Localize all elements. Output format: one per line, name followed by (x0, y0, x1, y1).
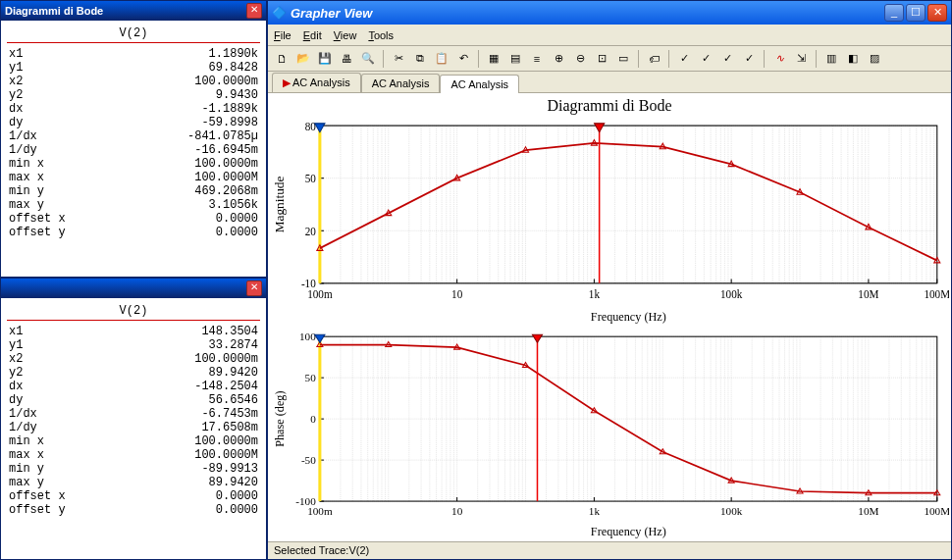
svg-text:Magnitude: Magnitude (274, 176, 287, 232)
separator (764, 50, 765, 68)
separator (816, 50, 817, 68)
table-row: dy56.6546 (7, 393, 260, 407)
svg-text:50: 50 (305, 372, 317, 383)
table-row: offset x0.0000 (7, 489, 260, 503)
svg-text:Frequency (Hz): Frequency (Hz) (591, 525, 666, 538)
tool1-icon[interactable]: ▥ (821, 49, 841, 69)
tab-ac-analysis-2[interactable]: AC Analysis (440, 75, 519, 93)
zoom-out-icon[interactable]: ⊖ (570, 49, 590, 69)
panel-body: V(2) x11.1890ky169.8428x2100.0000my29.94… (1, 21, 266, 277)
save-icon[interactable]: 💾 (315, 49, 335, 69)
cursor-data-table: x11.1890ky169.8428x2100.0000my29.9430dx-… (7, 47, 260, 239)
table-row: min x100.0000m (7, 157, 260, 171)
svg-text:100m: 100m (307, 506, 333, 518)
phase-chart[interactable]: -100-50050100100m101k100k10M100MFrequenc… (270, 327, 949, 541)
cursor-panel-magnitude: Diagrammi di Bode ✕ V(2) x11.1890ky169.8… (0, 0, 267, 278)
table-row: x11.1890k (7, 47, 260, 61)
marker3-icon[interactable]: ✓ (717, 49, 737, 69)
menu-view[interactable]: View (334, 29, 357, 41)
print-icon[interactable]: 🖶 (337, 49, 356, 69)
table-row: y133.2874 (7, 338, 260, 352)
cut-icon[interactable]: ✂ (389, 49, 408, 69)
menu-edit[interactable]: Edit (303, 29, 322, 41)
table-row: offset y0.0000 (7, 226, 260, 239)
menubar: File Edit View Tools (268, 25, 951, 46)
tab-ac-analysis-1[interactable]: AC Analysis (361, 74, 441, 92)
svg-text:0: 0 (310, 413, 316, 425)
svg-text:50: 50 (305, 173, 316, 186)
marker1-icon[interactable]: ✓ (674, 49, 694, 69)
tab-ac-analysis-0[interactable]: ▶AC Analysis (272, 73, 361, 92)
status-text: Selected Trace:V(2) (274, 544, 369, 556)
separator (478, 50, 479, 68)
svg-text:10: 10 (451, 506, 463, 518)
maximize-button[interactable]: ☐ (906, 4, 926, 22)
svg-text:100M: 100M (924, 288, 949, 302)
trace-header: V(2) (7, 302, 260, 321)
preview-icon[interactable]: 🔍 (358, 49, 378, 69)
undo-icon[interactable]: ↶ (453, 49, 473, 69)
table-row: min x100.0000m (7, 434, 260, 448)
new-icon[interactable]: 🗋 (272, 49, 291, 69)
cursor-data-table: x1148.3504y133.2874x2100.0000my289.9420d… (7, 325, 260, 517)
table-row: 1/dx-841.0785µ (7, 129, 260, 143)
grapher-window: 🔷 Grapher View _ ☐ ✕ File Edit View Tool… (267, 0, 952, 560)
paste-icon[interactable]: 📋 (432, 49, 451, 69)
export-icon[interactable]: ⇲ (791, 49, 811, 69)
chart-title: Diagrammi di Bode (270, 97, 949, 115)
table-row: y169.8428 (7, 61, 260, 75)
window-titlebar[interactable]: 🔷 Grapher View _ ☐ ✕ (268, 1, 951, 25)
copy-icon[interactable]: ⧉ (410, 49, 430, 69)
table-row: x1148.3504 (7, 325, 260, 338)
svg-text:100M: 100M (924, 506, 949, 518)
svg-text:1k: 1k (589, 506, 601, 518)
table-row: max x100.0000M (7, 448, 260, 462)
svg-text:10M: 10M (858, 288, 879, 302)
marker4-icon[interactable]: ✓ (739, 49, 759, 69)
svg-text:1k: 1k (589, 288, 600, 302)
magnitude-chart[interactable]: -10205080100m101k100k10M100MFrequency (H… (270, 115, 949, 327)
grid2-icon[interactable]: ▤ (505, 49, 525, 69)
close-icon[interactable]: ✕ (246, 280, 262, 296)
table-row: max x100.0000M (7, 171, 260, 184)
tool2-icon[interactable]: ◧ (843, 49, 863, 69)
app-icon: 🔷 (272, 6, 287, 20)
svg-text:100k: 100k (720, 506, 743, 518)
table-row: dx-1.1889k (7, 102, 260, 116)
marker2-icon[interactable]: ✓ (696, 49, 715, 69)
tool3-icon[interactable]: ▨ (865, 49, 884, 69)
zoom-fit-icon[interactable]: ⊡ (592, 49, 611, 69)
open-icon[interactable]: 📂 (293, 49, 313, 69)
toolbar: 🗋 📂 💾 🖶 🔍 ✂ ⧉ 📋 ↶ ▦ ▤ ≡ ⊕ ⊖ ⊡ ▭ 🏷 ✓ ✓ ✓ … (268, 46, 951, 72)
separator (383, 50, 384, 68)
panel-titlebar[interactable]: Diagrammi di Bode ✕ (1, 1, 266, 21)
svg-text:100: 100 (299, 331, 316, 342)
svg-text:Frequency (Hz): Frequency (Hz) (591, 309, 666, 324)
table-row: offset y0.0000 (7, 503, 260, 517)
trace-header: V(2) (7, 25, 260, 43)
arrow-icon: ▶ (283, 76, 291, 88)
menu-file[interactable]: File (274, 29, 291, 41)
legend-icon[interactable]: ≡ (527, 49, 547, 69)
close-icon[interactable]: ✕ (246, 3, 262, 19)
window-title: Grapher View (287, 6, 884, 21)
panel-body: V(2) x1148.3504y133.2874x2100.0000my289.… (1, 298, 266, 559)
panel-titlebar[interactable]: ✕ (1, 279, 266, 298)
svg-text:100k: 100k (720, 288, 743, 302)
zoom-area-icon[interactable]: ▭ (613, 49, 633, 69)
trace-icon[interactable]: ∿ (769, 49, 789, 69)
table-row: min y-89.9913 (7, 462, 260, 476)
table-row: 1/dx-6.7453m (7, 407, 260, 421)
chart-area: Diagrammi di Bode -10205080100m101k100k1… (268, 93, 951, 541)
svg-text:Phase (deg): Phase (deg) (273, 391, 287, 447)
svg-text:10: 10 (451, 288, 462, 302)
cursor-icon[interactable]: 🏷 (644, 49, 663, 69)
table-row: 1/dy17.6508m (7, 421, 260, 434)
svg-text:80: 80 (305, 120, 316, 133)
separator (668, 50, 669, 68)
grid-icon[interactable]: ▦ (484, 49, 503, 69)
minimize-button[interactable]: _ (884, 4, 904, 22)
zoom-in-icon[interactable]: ⊕ (549, 49, 568, 69)
menu-tools[interactable]: Tools (368, 29, 394, 41)
close-button[interactable]: ✕ (927, 4, 947, 22)
